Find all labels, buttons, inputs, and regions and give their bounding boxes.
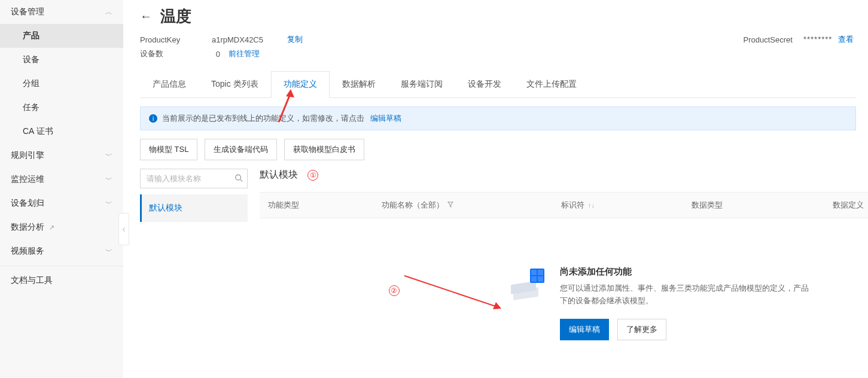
side-group-label: 数据分析 xyxy=(11,222,44,231)
device-count-row: 设备数 0 前往管理 xyxy=(140,48,868,59)
product-key-value: a1rpMDX42C5 xyxy=(212,35,284,44)
chevron-down-icon: ﹀ xyxy=(105,246,112,257)
empty-title: 尚未添加任何功能 xyxy=(560,266,811,278)
side-group-label: 设备管理 xyxy=(11,7,44,17)
chevron-down-icon: ﹀ xyxy=(105,151,112,161)
product-key-label: ProductKey xyxy=(140,35,212,44)
info-icon: i xyxy=(149,114,157,123)
action-row: 物模型 TSL 生成设备端代码 获取物模型白皮书 xyxy=(140,139,856,160)
module-search-input[interactable] xyxy=(140,169,248,188)
gen-code-button[interactable]: 生成设备端代码 xyxy=(205,139,277,160)
th-identifier-label: 标识符 xyxy=(561,200,584,211)
side-group-label: 视频服务 xyxy=(11,246,44,257)
side-children: 产品 设备 分组 任务 CA 证书 xyxy=(0,24,123,144)
sidebar-item-docs-tools[interactable]: 文档与工具 xyxy=(0,269,123,292)
chevron-left-icon: ‹ xyxy=(118,213,129,245)
th-function-name-label: 功能名称（全部） xyxy=(382,200,444,211)
side-group-header-assign[interactable]: 设备划归 ﹀ xyxy=(0,191,123,215)
section-title: 默认模块 xyxy=(260,169,298,181)
side-group: 设备管理 ︿ 产品 设备 分组 任务 CA 证书 xyxy=(0,0,123,144)
side-group-header-rules[interactable]: 规则引擎 ﹀ xyxy=(0,144,123,167)
module-item-default[interactable]: 默认模块 xyxy=(140,194,248,222)
svg-marker-4 xyxy=(448,202,453,207)
svg-line-5 xyxy=(404,276,497,307)
chevron-up-icon: ︿ xyxy=(105,7,112,17)
page-title: 温度 xyxy=(160,6,191,27)
learn-more-button[interactable]: 了解更多 xyxy=(617,319,666,340)
back-button[interactable]: ← xyxy=(140,10,152,23)
main-content: ← 温度 ProductKey a1rpMDX42C5 复制 ProductSe… xyxy=(123,0,868,378)
copy-link[interactable]: 复制 xyxy=(287,34,303,45)
notice-edit-draft-link[interactable]: 编辑草稿 xyxy=(370,113,401,124)
side-group-header-data-analysis[interactable]: 数据分析 ↗ xyxy=(0,215,123,239)
sidebar-item-task[interactable]: 任务 xyxy=(0,96,123,120)
empty-illustration xyxy=(508,266,544,302)
module-list: 默认模块 xyxy=(140,194,248,222)
annotation-2: ② xyxy=(389,270,506,312)
annotation-1-icon: ① xyxy=(307,170,318,181)
tsl-button[interactable]: 物模型 TSL xyxy=(140,139,197,160)
whitepaper-button[interactable]: 获取物模型白皮书 xyxy=(284,139,364,160)
filter-icon[interactable] xyxy=(447,202,453,209)
sort-icon[interactable]: ↑↓ xyxy=(588,202,595,209)
th-data-def: 数据定义 xyxy=(824,193,868,218)
notice-text: 当前展示的是已发布到线上的功能定义，如需修改，请点击 xyxy=(162,113,364,124)
tab-topic-list[interactable]: Topic 类列表 xyxy=(199,71,271,97)
sidebar-collapse-handle[interactable]: ‹ xyxy=(118,213,129,243)
th-data-type: 数据类型 xyxy=(683,193,824,218)
sidebar-item-ca-cert[interactable]: CA 证书 xyxy=(0,120,123,144)
divider xyxy=(0,266,123,266)
empty-actions: 编辑草稿 了解更多 xyxy=(560,319,811,340)
annotation-2-icon: ② xyxy=(389,285,400,296)
side-group-header-video[interactable]: 视频服务 ﹀ xyxy=(0,239,123,263)
section-title-row: 默认模块 ① xyxy=(260,169,868,181)
content-grid: 默认模块 默认模块 ① 功能类型 功能名称（全部） 标 xyxy=(140,169,868,378)
side-group-header-monitor[interactable]: 监控运维 ﹀ xyxy=(0,167,123,191)
side-group-label: 监控运维 xyxy=(11,174,44,185)
external-link-icon: ↗ xyxy=(49,224,54,231)
product-key-row: ProductKey a1rpMDX42C5 复制 ProductSecret … xyxy=(140,34,868,45)
sidebar-item-device[interactable]: 设备 xyxy=(0,48,123,72)
edit-draft-button[interactable]: 编辑草稿 xyxy=(560,319,609,340)
notice-bar: i 当前展示的是已发布到线上的功能定义，如需修改，请点击 编辑草稿 xyxy=(140,106,856,130)
device-count-label: 设备数 xyxy=(140,48,212,59)
side-group-label: 规则引擎 xyxy=(11,150,44,161)
product-secret-masked: ******** xyxy=(803,35,832,44)
tab-product-info[interactable]: 产品信息 xyxy=(140,71,199,97)
tab-device-dev[interactable]: 设备开发 xyxy=(455,71,514,97)
tab-file-upload[interactable]: 文件上传配置 xyxy=(514,71,589,97)
device-count-value: 0 xyxy=(212,50,220,59)
chevron-down-icon: ﹀ xyxy=(105,175,112,185)
device-manage-link[interactable]: 前往管理 xyxy=(229,48,260,59)
view-secret-link[interactable]: 查看 xyxy=(838,35,854,44)
tab-data-parse[interactable]: 数据解析 xyxy=(330,71,388,97)
empty-state: ② 尚未添加任何功能 您可以通过添加属性、事件、服务三类功能完成产品物模型的定义… xyxy=(508,266,811,340)
tab-server-sub[interactable]: 服务端订阅 xyxy=(388,71,455,97)
module-column: 默认模块 xyxy=(140,169,248,378)
side-group-label: 文档与工具 xyxy=(11,275,53,286)
empty-desc: 您可以通过添加属性、事件、服务三类功能完成产品物模型的定义，产品下的设备都会继承… xyxy=(560,282,811,308)
side-group-label: 设备划归 xyxy=(11,198,44,209)
th-identifier[interactable]: 标识符 ↑↓ xyxy=(553,193,683,218)
sidebar-item-product[interactable]: 产品 xyxy=(0,24,123,48)
tab-function-def[interactable]: 功能定义 xyxy=(271,71,330,98)
header-row: ← 温度 xyxy=(140,6,868,27)
product-secret-label: ProductSecret xyxy=(744,35,793,44)
th-function-type: 功能类型 xyxy=(260,193,373,218)
sidebar-item-group[interactable]: 分组 xyxy=(0,72,123,96)
tabs: 产品信息 Topic 类列表 功能定义 数据解析 服务端订阅 设备开发 文件上传… xyxy=(140,71,856,98)
chevron-down-icon: ﹀ xyxy=(105,199,112,209)
empty-text: 尚未添加任何功能 您可以通过添加属性、事件、服务三类功能完成产品物模型的定义，产… xyxy=(560,266,811,340)
th-function-name[interactable]: 功能名称（全部） xyxy=(373,193,553,218)
search-wrap xyxy=(140,169,248,188)
sidebar: 设备管理 ︿ 产品 设备 分组 任务 CA 证书 规则引擎 ﹀ 监控运维 ﹀ 设… xyxy=(0,0,123,378)
table-header: 功能类型 功能名称（全部） 标识符 ↑↓ 数据类型 数据定义 xyxy=(260,192,868,218)
right-column: 默认模块 ① 功能类型 功能名称（全部） 标识符 ↑↓ 数据类型 xyxy=(260,169,868,378)
side-group-header-device-mgmt[interactable]: 设备管理 ︿ xyxy=(0,0,123,24)
